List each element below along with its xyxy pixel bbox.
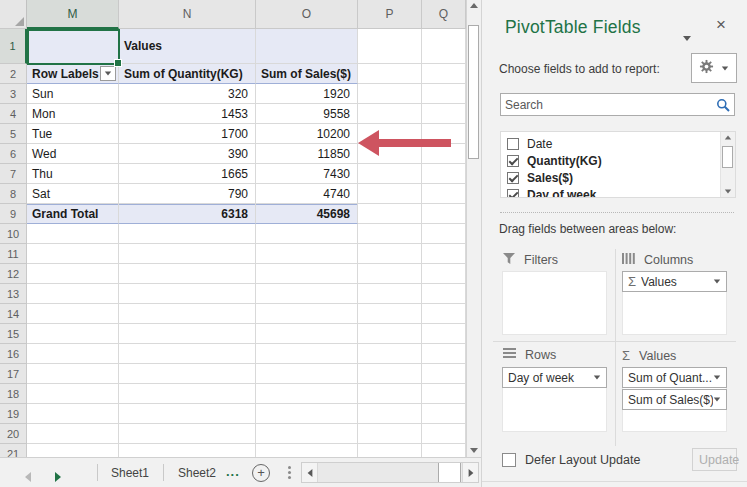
cell-M11[interactable]: [27, 244, 119, 264]
cell-N16[interactable]: [119, 344, 256, 364]
cell-P6[interactable]: [358, 144, 422, 164]
row-header-1[interactable]: 1: [0, 29, 27, 64]
cell-O5[interactable]: 10200: [256, 124, 358, 144]
search-icon[interactable]: [716, 98, 730, 112]
cell-N10[interactable]: [119, 224, 256, 244]
cell-O9[interactable]: 45698: [256, 204, 358, 224]
row-header-18[interactable]: 18: [0, 384, 27, 404]
field-item-sales[interactable]: Sales($): [501, 169, 735, 186]
cell-N4[interactable]: 1453: [119, 104, 256, 124]
column-header-P[interactable]: P: [358, 0, 422, 29]
cell-Q9[interactable]: [422, 204, 466, 224]
checkbox-checked[interactable]: [507, 172, 519, 184]
column-header-O[interactable]: O: [256, 0, 358, 29]
cell-N3[interactable]: 320: [119, 84, 256, 104]
row-header-12[interactable]: 12: [0, 264, 27, 284]
cell-O7[interactable]: 7430: [256, 164, 358, 184]
row-header-17[interactable]: 17: [0, 364, 27, 384]
cell-Q13[interactable]: [422, 284, 466, 304]
scroll-down-icon[interactable]: [721, 189, 735, 194]
column-header-Q[interactable]: Q: [422, 0, 466, 29]
cell-Q20[interactable]: [422, 424, 466, 444]
row-header-2[interactable]: 2: [0, 64, 27, 84]
cell-O17[interactable]: [256, 364, 358, 384]
cell-P16[interactable]: [358, 344, 422, 364]
cell-Q4[interactable]: [422, 104, 466, 124]
scroll-left-icon[interactable]: [302, 463, 318, 482]
row-header-5[interactable]: 5: [0, 124, 27, 144]
cell-N12[interactable]: [119, 264, 256, 284]
row-header-11[interactable]: 11: [0, 244, 27, 264]
cell-Q3[interactable]: [422, 84, 466, 104]
scroll-up-icon[interactable]: [467, 3, 481, 8]
cell-N20[interactable]: [119, 424, 256, 444]
field-list-scrollbar-thumb[interactable]: [722, 146, 733, 168]
prev-sheet-button[interactable]: [25, 468, 31, 486]
cell-P19[interactable]: [358, 404, 422, 424]
next-sheet-button[interactable]: [55, 468, 61, 486]
cell-P4[interactable]: [358, 104, 422, 124]
cell-M12[interactable]: [27, 264, 119, 284]
columns-drop-zone[interactable]: ΣValues: [622, 271, 727, 335]
cell-O2[interactable]: Sum of Sales($): [256, 64, 358, 84]
cell-N18[interactable]: [119, 384, 256, 404]
cell-N1[interactable]: Values: [119, 29, 256, 64]
cell-M18[interactable]: [27, 384, 119, 404]
row-header-10[interactable]: 10: [0, 224, 27, 244]
row-header-8[interactable]: 8: [0, 184, 27, 204]
cell-O6[interactable]: 11850: [256, 144, 358, 164]
cell-Q6[interactable]: [422, 144, 466, 164]
cell-Q21[interactable]: [422, 444, 466, 457]
cell-N9[interactable]: 6318: [119, 204, 256, 224]
defer-layout-checkbox[interactable]: [502, 453, 516, 467]
cell-P11[interactable]: [358, 244, 422, 264]
cell-P8[interactable]: [358, 184, 422, 204]
new-sheet-button[interactable]: +: [252, 464, 270, 482]
checkbox-unchecked[interactable]: [507, 138, 519, 150]
row-header-4[interactable]: 4: [0, 104, 27, 124]
cell-O15[interactable]: [256, 324, 358, 344]
cell-P18[interactable]: [358, 384, 422, 404]
cell-Q12[interactable]: [422, 264, 466, 284]
field-item-quantity-kg[interactable]: Quantity(KG): [501, 152, 735, 169]
chevron-down-icon[interactable]: [594, 376, 600, 380]
cell-O11[interactable]: [256, 244, 358, 264]
cell-N17[interactable]: [119, 364, 256, 384]
cell-M16[interactable]: [27, 344, 119, 364]
row-header-21[interactable]: 21: [0, 444, 27, 457]
cell-N8[interactable]: 790: [119, 184, 256, 204]
filters-drop-zone[interactable]: [502, 271, 607, 335]
cell-Q1[interactable]: [422, 29, 466, 64]
cell-Q19[interactable]: [422, 404, 466, 424]
cell-P5[interactable]: [358, 124, 422, 144]
cell-M20[interactable]: [27, 424, 119, 444]
cell-M13[interactable]: [27, 284, 119, 304]
cell-N5[interactable]: 1700: [119, 124, 256, 144]
horizontal-scrollbar-thumb[interactable]: [438, 463, 461, 482]
field-chip-values[interactable]: ΣValues: [622, 271, 727, 292]
cell-N7[interactable]: 1665: [119, 164, 256, 184]
vertical-scrollbar[interactable]: [466, 0, 481, 457]
field-list-scrollbar[interactable]: [720, 132, 735, 197]
more-sheets-button[interactable]: ...: [226, 464, 240, 479]
row-header-3[interactable]: 3: [0, 84, 27, 104]
row-header-16[interactable]: 16: [0, 344, 27, 364]
row-header-6[interactable]: 6: [0, 144, 27, 164]
tab-splitter-dots[interactable]: [288, 466, 291, 469]
cell-O10[interactable]: [256, 224, 358, 244]
chevron-down-icon[interactable]: [714, 398, 720, 402]
pane-options-chevron-icon[interactable]: [683, 27, 691, 45]
cell-Q8[interactable]: [422, 184, 466, 204]
scroll-right-icon[interactable]: [462, 463, 478, 482]
cell-M21[interactable]: [27, 444, 119, 457]
cell-P3[interactable]: [358, 84, 422, 104]
field-chip-day-of-week[interactable]: Day of week: [502, 367, 607, 388]
search-input[interactable]: [501, 98, 716, 112]
cell-P17[interactable]: [358, 364, 422, 384]
update-button[interactable]: Update: [692, 448, 737, 471]
row-labels-filter-button[interactable]: [100, 66, 116, 81]
field-chip-sum-of-sales[interactable]: Sum of Sales($): [622, 389, 727, 410]
cell-N19[interactable]: [119, 404, 256, 424]
cell-M2[interactable]: Row Labels: [27, 64, 119, 84]
row-header-14[interactable]: 14: [0, 304, 27, 324]
